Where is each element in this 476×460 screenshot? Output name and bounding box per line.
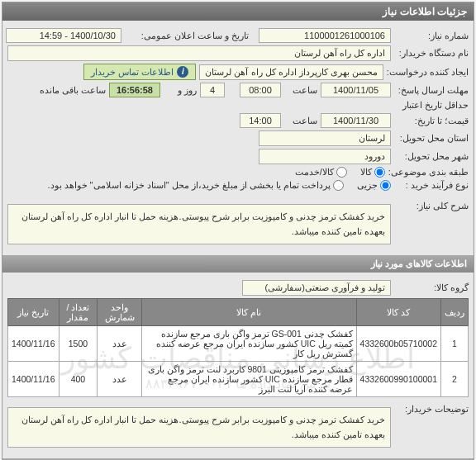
radio-goods-service[interactable] xyxy=(336,167,347,178)
th-name: نام کالا xyxy=(142,299,356,326)
contact-link-text: اطلاعات تماس خریدار xyxy=(91,67,174,78)
cell-unit: عدد xyxy=(98,362,142,397)
table-header-row: ردیف کد کالا نام کالا واحد شمارش تعداد /… xyxy=(8,299,469,326)
creator-value: محسن بهری کارپرداز اداره کل راه آهن لرست… xyxy=(199,64,383,80)
cell-name: کفشک ترمز کامپوزیتی 9801 کاربرد لنت ترمز… xyxy=(142,362,356,397)
cell-qty: 400 xyxy=(59,362,98,397)
radio-goods-label: کالا xyxy=(360,167,372,178)
cell-idx: 2 xyxy=(441,362,469,397)
days-value: 4 xyxy=(200,83,225,97)
cell-name: کفشک چدنی GS-001 ترمز واگن باری مرجع ساز… xyxy=(142,326,356,362)
days-label: روز و xyxy=(164,85,197,96)
validity-date: 1400/11/30 xyxy=(321,113,391,128)
cell-code: 4332600b05710002 xyxy=(356,326,440,362)
need-desc-text: خرید کفشک ترمز چدنی و کامپوزیت برابر شرح… xyxy=(7,204,391,244)
th-date: تاریخ نیاز xyxy=(8,299,60,326)
countdown-timer: 16:56:58 xyxy=(109,83,160,97)
deadline-date: 1400/11/05 xyxy=(321,83,391,97)
info-icon: i xyxy=(177,66,188,78)
creator-label: ایجاد کننده درخواست: xyxy=(387,67,469,78)
table-row: 2 4332600990100001 کفشک ترمز کامپوزیتی 9… xyxy=(8,362,469,397)
deadline-time: 08:00 xyxy=(240,83,281,97)
city-label: شهر محل تحویل: xyxy=(394,151,469,162)
city-value: دورود xyxy=(259,149,391,164)
need-number-value: 1100001261000106 xyxy=(259,28,391,43)
radio-partial-label: جزیی xyxy=(357,180,378,191)
radio-goods[interactable] xyxy=(374,167,385,178)
items-header: اطلاعات کالاهای مورد نیاز xyxy=(2,255,474,273)
th-code: کد کالا xyxy=(356,299,440,326)
main-panel: جزئیات اطلاعات نیاز شماره نیاز: 11000012… xyxy=(2,2,474,460)
buyer-notes-text: خرید کفشک ترمز چدنی و کامپوزیت برابر شرح… xyxy=(7,407,391,448)
info-body: شماره نیاز: 1100001261000106 تاریخ و ساع… xyxy=(2,21,474,255)
cell-date: 1400/11/16 xyxy=(8,326,60,362)
buyer-label: نام دستگاه خریدار: xyxy=(394,48,469,59)
cell-code: 4332600990100001 xyxy=(356,362,440,397)
table-row: 1 4332600b05710002 کفشک چدنی GS-001 ترمز… xyxy=(8,326,469,362)
cell-idx: 1 xyxy=(441,326,469,362)
radio-goods-service-label: کالا/خدمت xyxy=(295,167,334,178)
process-label: نوع فرآیند خرید : xyxy=(394,180,469,191)
validity-to-label: قیمت؛ تا تاریخ: xyxy=(394,116,469,126)
buyer-value: اداره کل راه آهن لرستان xyxy=(7,45,391,61)
province-value: لرستان xyxy=(259,130,391,146)
th-unit: واحد شمارش xyxy=(98,299,142,326)
th-qty: تعداد / مقدار xyxy=(59,299,98,326)
province-label: استان محل تحویل: xyxy=(394,133,469,144)
radio-treasury-label: پرداخت تمام یا بخشی از مبلغ خرید،از محل … xyxy=(47,180,331,191)
need-number-label: شماره نیاز: xyxy=(394,31,469,41)
deadline-label: مهلت ارسال پاسخ: xyxy=(394,85,469,96)
group-label: گروه کالا: xyxy=(394,282,469,293)
category-label: طبقه بندی موضوعی: xyxy=(388,167,469,178)
cell-unit: عدد xyxy=(98,326,142,362)
items-body: اطلاع رسانی مناقصات کشور پارس نماد داده … xyxy=(2,273,474,458)
panel-title: جزئیات اطلاعات نیاز xyxy=(2,2,474,21)
buyer-contact-link[interactable]: i اطلاعات تماس خریدار xyxy=(83,64,196,80)
validity-from-label: حداقل تاریخ اعتبار xyxy=(394,100,469,111)
cell-qty: 1500 xyxy=(59,326,98,362)
cell-date: 1400/11/16 xyxy=(8,362,60,397)
radio-treasury[interactable] xyxy=(333,180,344,191)
validity-time: 14:00 xyxy=(240,113,281,128)
announce-label: تاریخ و ساعت اعلان عمومی: xyxy=(125,31,249,41)
time-label-2: ساعت xyxy=(284,116,317,126)
buyer-notes-label: توضیحات خریدار: xyxy=(394,404,469,415)
need-desc-label: شرح کلی نیاز: xyxy=(394,201,469,211)
th-idx: ردیف xyxy=(441,299,469,326)
time-label-1: ساعت xyxy=(284,85,317,96)
remaining-label: ساعت باقی مانده xyxy=(40,85,106,96)
items-table: ردیف کد کالا نام کالا واحد شمارش تعداد /… xyxy=(7,298,469,397)
radio-partial[interactable] xyxy=(380,180,391,191)
announce-value: 1400/10/30 - 14:59 xyxy=(6,28,121,43)
group-value: تولید و فرآوری صنعتی(سفارشی) xyxy=(242,280,391,296)
